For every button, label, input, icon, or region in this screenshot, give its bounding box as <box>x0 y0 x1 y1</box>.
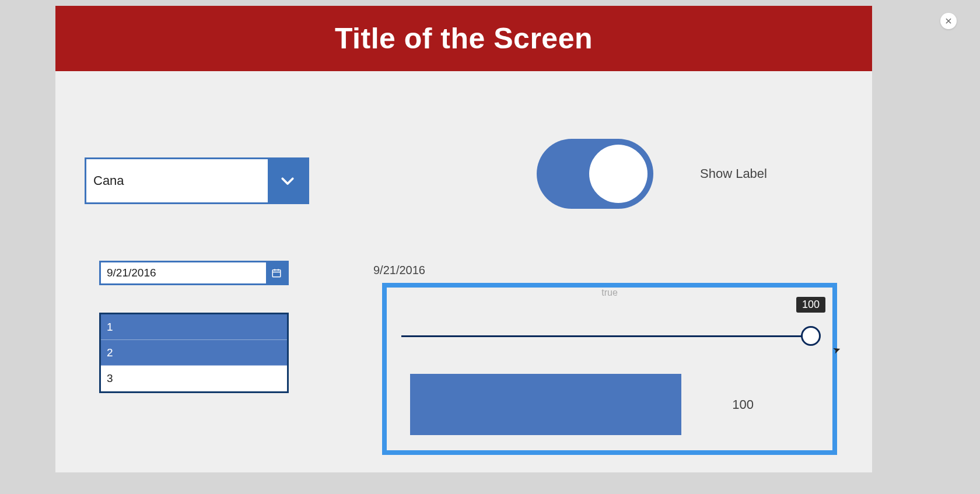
slider-track[interactable] <box>401 335 812 337</box>
toggle-label: Show Label <box>700 166 767 181</box>
dropdown-value: Cana <box>86 159 268 202</box>
calendar-icon <box>271 268 282 278</box>
gauge-value: 100 <box>732 397 754 412</box>
panel-ghost-label: true <box>601 288 618 298</box>
slider-panel-selected[interactable]: true 100 100 ➤ <box>382 283 837 455</box>
list-item[interactable]: 2 <box>101 340 287 366</box>
header-bar: Title of the Screen <box>55 6 872 71</box>
close-icon <box>944 17 953 25</box>
date-picker-button[interactable] <box>266 262 287 283</box>
screen-canvas: Title of the Screen Cana Show Label 9/21… <box>55 6 872 472</box>
chevron-down-icon <box>279 172 296 190</box>
list-item[interactable]: 1 <box>101 314 287 340</box>
date-echo-label: 9/21/2016 <box>373 264 425 277</box>
gauge-bar <box>410 374 681 435</box>
show-label-toggle[interactable] <box>537 139 653 209</box>
date-value: 9/21/2016 <box>101 262 266 283</box>
page-title: Title of the Screen <box>335 22 593 55</box>
cursor-icon: ➤ <box>831 343 842 356</box>
toggle-knob <box>589 145 648 203</box>
slider-thumb[interactable] <box>801 326 821 346</box>
slider-tooltip: 100 <box>796 297 825 313</box>
country-dropdown[interactable]: Cana <box>85 157 309 204</box>
toggle-group: Show Label <box>537 139 767 209</box>
svg-rect-2 <box>272 270 281 277</box>
close-button[interactable] <box>940 13 957 29</box>
number-listbox[interactable]: 1 2 3 <box>99 313 289 393</box>
list-item[interactable]: 3 <box>101 366 287 391</box>
dropdown-caret-button[interactable] <box>268 159 307 202</box>
date-picker[interactable]: 9/21/2016 <box>99 261 289 285</box>
